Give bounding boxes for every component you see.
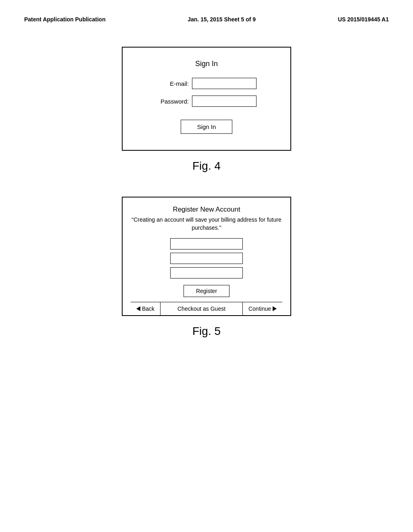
email-row: E-mail: [139, 78, 274, 89]
password-label: Password: [156, 98, 189, 105]
email-label: E-mail: [156, 80, 189, 87]
page-content: Sign In E-mail: Password: Sign In Fig. 4… [0, 31, 413, 354]
register-input-2[interactable] [170, 253, 243, 264]
continue-arrow-icon [273, 306, 277, 311]
signin-box: Sign In E-mail: Password: Sign In [122, 47, 291, 151]
bottom-bar: Back Checkout as Guest Continue [131, 302, 282, 315]
continue-button[interactable]: Continue [243, 302, 282, 315]
fig5-container: Register New Account "Creating an accoun… [122, 197, 291, 338]
header-center: Jan. 15, 2015 Sheet 5 of 9 [188, 16, 256, 23]
signin-button[interactable]: Sign In [181, 120, 233, 134]
signin-button-container: Sign In [181, 120, 233, 134]
fig4-container: Sign In E-mail: Password: Sign In Fig. 4 [122, 47, 291, 172]
register-button-row: Register [184, 285, 229, 297]
page-header: Patent Application Publication Jan. 15, … [0, 0, 413, 31]
register-inputs [170, 238, 243, 278]
password-row: Password: [139, 96, 274, 107]
register-button[interactable]: Register [184, 285, 229, 297]
back-button[interactable]: Back [131, 302, 161, 315]
register-title: Register New Account [173, 206, 240, 214]
password-input[interactable] [192, 96, 257, 107]
back-button-label: Back [142, 305, 154, 312]
email-input[interactable] [192, 78, 257, 89]
signin-title: Sign In [195, 60, 218, 68]
register-input-1[interactable] [170, 238, 243, 249]
checkout-as-guest-button[interactable]: Checkout as Guest [161, 302, 243, 315]
header-left: Patent Application Publication [24, 16, 106, 23]
continue-button-label: Continue [248, 305, 271, 312]
register-box: Register New Account "Creating an accoun… [122, 197, 291, 316]
back-arrow-icon [136, 306, 140, 311]
register-input-3[interactable] [170, 267, 243, 278]
fig5-label: Fig. 5 [192, 325, 221, 338]
register-subtitle: "Creating an account will save your bill… [131, 216, 282, 232]
header-right: US 2015/019445 A1 [338, 16, 389, 23]
fig4-label: Fig. 4 [192, 160, 221, 172]
